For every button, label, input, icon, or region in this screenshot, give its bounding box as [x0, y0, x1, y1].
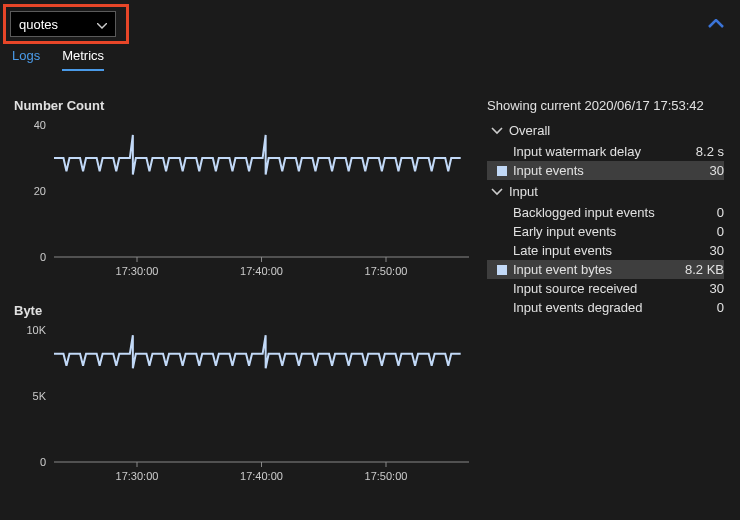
- metric-row-late-input[interactable]: Late input events 30: [487, 241, 724, 260]
- chevron-down-icon: [491, 123, 503, 138]
- chart-title: Number Count: [14, 98, 477, 113]
- group-input-header[interactable]: Input: [491, 184, 724, 199]
- metric-row-source-received[interactable]: Input source received 30: [487, 279, 724, 298]
- charts-column: Number Count 0204017:30:0017:40:0017:50:…: [14, 98, 477, 508]
- svg-text:17:30:00: 17:30:00: [116, 265, 159, 277]
- color-swatch: [497, 284, 507, 294]
- metric-row-degraded[interactable]: Input events degraded 0: [487, 298, 724, 317]
- svg-text:17:40:00: 17:40:00: [240, 470, 283, 482]
- metric-label: Input event bytes: [513, 262, 672, 277]
- chart-svg-byte: 05K10K17:30:0017:40:0017:50:00: [14, 324, 477, 490]
- metrics-timestamp: Showing current 2020/06/17 17:53:42: [487, 98, 724, 113]
- metric-label: Backlogged input events: [513, 205, 672, 220]
- color-swatch: [497, 166, 507, 176]
- dropdown-value: quotes: [19, 17, 58, 32]
- svg-text:5K: 5K: [33, 390, 47, 402]
- chevron-down-icon: [491, 184, 503, 199]
- metric-value: 8.2 s: [678, 144, 724, 159]
- metric-label: Input events degraded: [513, 300, 672, 315]
- svg-text:17:40:00: 17:40:00: [240, 265, 283, 277]
- metrics-panel: Showing current 2020/06/17 17:53:42 Over…: [487, 98, 730, 508]
- chart-number-count: Number Count 0204017:30:0017:40:0017:50:…: [14, 98, 477, 285]
- tab-logs[interactable]: Logs: [12, 48, 40, 71]
- tab-strip: Logs Metrics: [0, 48, 740, 77]
- metric-label: Late input events: [513, 243, 672, 258]
- group-overall-header[interactable]: Overall: [491, 123, 724, 138]
- metric-row-watermark-delay[interactable]: Input watermark delay 8.2 s: [487, 142, 724, 161]
- metric-value: 0: [678, 205, 724, 220]
- svg-text:10K: 10K: [26, 324, 46, 336]
- metric-value: 30: [678, 281, 724, 296]
- color-swatch: [497, 265, 507, 275]
- svg-text:17:30:00: 17:30:00: [116, 470, 159, 482]
- group-label: Input: [509, 184, 538, 199]
- color-swatch: [497, 147, 507, 157]
- metric-value: 0: [678, 300, 724, 315]
- chevron-down-icon: [97, 17, 107, 32]
- metric-label: Input source received: [513, 281, 672, 296]
- metric-value: 8.2 KB: [678, 262, 724, 277]
- svg-text:17:50:00: 17:50:00: [365, 470, 408, 482]
- chart-byte: Byte 05K10K17:30:0017:40:0017:50:00: [14, 303, 477, 490]
- color-swatch: [497, 208, 507, 218]
- group-label: Overall: [509, 123, 550, 138]
- svg-text:40: 40: [34, 119, 46, 131]
- color-swatch: [497, 246, 507, 256]
- metric-value: 30: [678, 163, 724, 178]
- tab-metrics[interactable]: Metrics: [62, 48, 104, 71]
- svg-text:20: 20: [34, 185, 46, 197]
- color-swatch: [497, 303, 507, 313]
- color-swatch: [497, 227, 507, 237]
- svg-text:0: 0: [40, 251, 46, 263]
- metric-label: Early input events: [513, 224, 672, 239]
- chart-title: Byte: [14, 303, 477, 318]
- collapse-panel-icon[interactable]: [708, 17, 730, 32]
- metric-row-input-event-bytes[interactable]: Input event bytes 8.2 KB: [487, 260, 724, 279]
- metric-label: Input events: [513, 163, 672, 178]
- metric-value: 0: [678, 224, 724, 239]
- metric-label: Input watermark delay: [513, 144, 672, 159]
- metric-row-input-events[interactable]: Input events 30: [487, 161, 724, 180]
- svg-text:17:50:00: 17:50:00: [365, 265, 408, 277]
- svg-text:0: 0: [40, 456, 46, 468]
- metric-row-backlogged[interactable]: Backlogged input events 0: [487, 203, 724, 222]
- chart-svg-number-count: 0204017:30:0017:40:0017:50:00: [14, 119, 477, 285]
- metric-row-early-input[interactable]: Early input events 0: [487, 222, 724, 241]
- input-selector-dropdown[interactable]: quotes: [10, 11, 116, 37]
- metric-value: 30: [678, 243, 724, 258]
